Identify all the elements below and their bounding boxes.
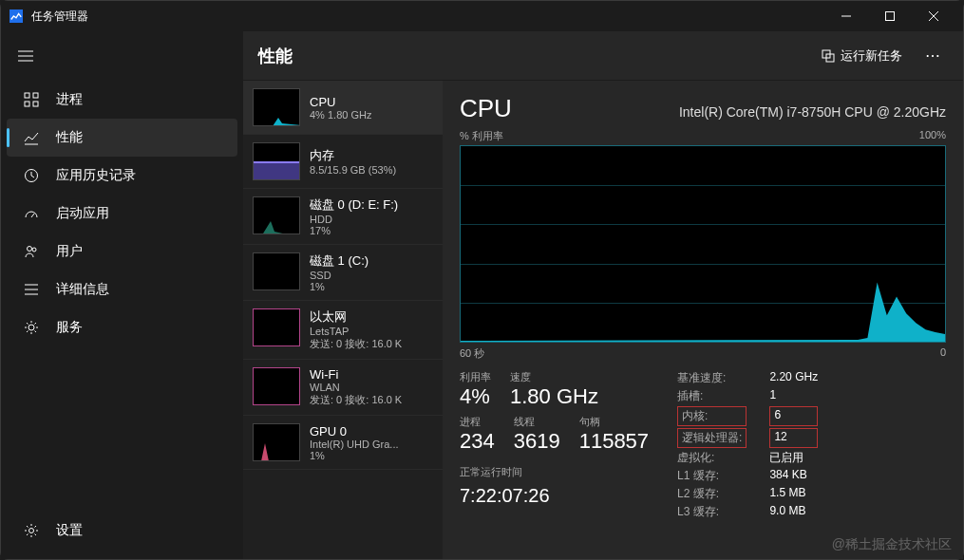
run-task-icon [822,49,835,63]
window-title: 任务管理器 [31,9,824,25]
detail-title: CPU [460,94,512,123]
svg-rect-8 [25,93,29,98]
close-button[interactable] [912,1,955,31]
nav-users[interactable]: 用户 [7,233,237,271]
value-l1: 384 KB [769,468,818,484]
res-sub: WLAN [310,382,402,393]
label-threads: 线程 [514,415,560,429]
svg-rect-9 [33,93,38,98]
window-controls [824,1,955,31]
list-icon [22,282,41,297]
resource-wifi[interactable]: Wi-FiWLAN发送: 0 接收: 16.0 K [243,360,443,416]
value-speed: 1.80 GHz [510,384,598,409]
nav-label: 设置 [56,522,83,539]
cpu-thumb [253,88,300,126]
label-l2: L2 缓存: [677,486,747,502]
svg-point-20 [29,529,34,533]
res-sub2: 发送: 0 接收: 16.0 K [310,393,402,407]
nav-performance[interactable]: 性能 [7,119,237,157]
disk1-thumb [253,252,300,290]
res-title: 内存 [310,147,396,164]
page-header: 性能 运行新任务 ⋯ [243,31,963,81]
label-l1: L1 缓存: [677,468,747,484]
main-panel: 性能 运行新任务 ⋯ CPU4% 1.80 GHz [243,31,963,559]
res-sub: 8.5/15.9 GB (53%) [310,164,396,176]
resource-cpu[interactable]: CPU4% 1.80 GHz [243,81,443,135]
more-button[interactable]: ⋯ [917,41,948,71]
res-title: 磁盘 1 (C:) [310,252,369,270]
settings-icon [22,523,41,538]
value-logical: 12 [769,428,818,448]
value-l3: 9.0 MB [769,504,818,520]
nav-label: 应用历史记录 [56,167,136,184]
resource-list[interactable]: CPU4% 1.80 GHz 内存8.5/15.9 GB (53%) 磁盘 0 … [243,81,443,559]
res-title: 以太网 [310,308,402,326]
maximize-button[interactable] [868,1,912,31]
app-icon [9,9,24,24]
nav-app-history[interactable]: 应用历史记录 [7,157,237,195]
task-manager-window: 任务管理器 进程 性能 应用历史记录 [0,0,964,560]
svg-marker-26 [254,221,300,234]
nav-label: 性能 [56,129,83,146]
svg-rect-11 [33,102,38,106]
resource-memory[interactable]: 内存8.5/15.9 GB (53%) [243,135,443,189]
res-title: CPU [310,95,371,109]
svg-point-19 [28,325,34,330]
run-task-label: 运行新任务 [841,47,902,65]
mem-thumb [253,142,300,180]
svg-point-15 [32,248,36,252]
nav-label: 用户 [56,243,83,260]
res-sub: Intel(R) UHD Gra... [310,439,399,450]
value-l2: 1.5 MB [769,486,818,502]
cpu-model: Intel(R) Core(TM) i7-8750H CPU @ 2.20GHz [679,104,946,120]
nav-services[interactable]: 服务 [7,308,237,346]
label-processes: 进程 [460,415,495,429]
users-icon [22,244,41,259]
label-cores: 内核: [677,406,747,426]
label-sockets: 插槽: [677,388,747,404]
res-sub2: 发送: 0 接收: 16.0 K [310,337,402,351]
res-sub2: 1% [310,450,399,461]
resource-ethernet[interactable]: 以太网LetsTAP发送: 0 接收: 16.0 K [243,301,443,360]
sidebar: 进程 性能 应用历史记录 启动应用 用户 [1,31,243,559]
nav-startup[interactable]: 启动应用 [7,195,237,233]
resource-gpu0[interactable]: GPU 0Intel(R) UHD Gra...1% [243,416,443,470]
minimize-button[interactable] [824,1,868,31]
cpu-detail: CPU Intel(R) Core(TM) i7-8750H CPU @ 2.2… [443,81,963,559]
svg-rect-2 [886,12,895,21]
nav-settings[interactable]: 设置 [7,512,237,550]
label-virtualization: 虚拟化: [677,450,747,466]
svg-rect-24 [254,162,300,180]
label-utilization: 利用率 [460,370,491,384]
hamburger-button[interactable] [1,39,243,73]
svg-line-13 [31,214,34,217]
resource-disk1[interactable]: 磁盘 1 (C:)SSD1% [243,245,443,301]
chart-ylabel: % 利用率 [460,129,503,143]
nav: 进程 性能 应用历史记录 启动应用 用户 [1,73,243,512]
chart-ymax: 100% [919,129,946,143]
nav-label: 启动应用 [56,205,109,222]
gauge-icon [22,206,41,221]
res-sub: 4% 1.80 GHz [310,109,371,121]
res-sub: SSD [310,270,369,281]
value-handles: 115857 [579,429,649,454]
resource-disk0[interactable]: 磁盘 0 (D: E: F:)HDD17% [243,189,443,245]
run-new-task-button[interactable]: 运行新任务 [814,44,910,68]
gpu0-thumb [253,423,300,461]
stats: 利用率4% 速度1.80 GHz 进程234 线程3619 句柄115857 正… [460,370,946,520]
res-sub: HDD [310,214,398,225]
svg-marker-30 [254,443,300,461]
titlebar[interactable]: 任务管理器 [1,1,963,31]
gear-icon [22,320,41,335]
label-base-speed: 基准速度: [677,370,747,386]
chart-icon [22,130,41,145]
nav-label: 服务 [56,319,83,336]
nav-label: 详细信息 [56,281,109,298]
more-icon: ⋯ [925,47,940,65]
history-icon [22,168,41,183]
nav-details[interactable]: 详细信息 [7,271,237,308]
label-handles: 句柄 [579,415,649,429]
res-title: GPU 0 [310,424,399,439]
cpu-chart [460,145,946,343]
nav-processes[interactable]: 进程 [7,81,237,119]
